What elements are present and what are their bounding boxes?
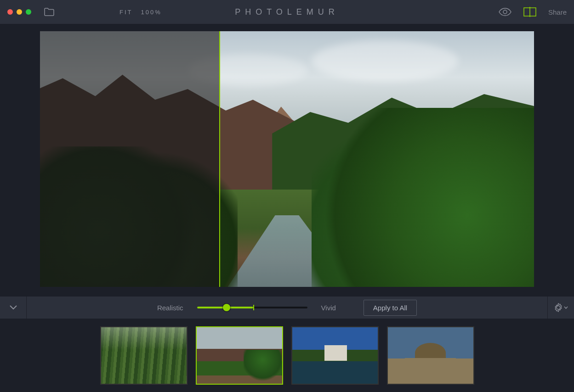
zoom-100-button[interactable]: 100% [141,9,162,16]
app-title: PHOTOLEMUR [235,7,339,17]
fit-button[interactable]: FIT [119,9,133,16]
share-button[interactable]: Share [548,8,567,16]
fullscreen-window-button[interactable] [26,9,31,15]
open-folder-button[interactable] [44,8,54,16]
zoom-controls: FIT 100% [119,9,162,16]
gear-icon [554,303,563,312]
title-bar: FIT 100% PHOTOLEMUR Share [0,0,574,24]
compare-split-handle[interactable] [219,31,220,287]
split-compare-button[interactable] [523,7,536,17]
thumbnail-image [292,327,378,384]
chevron-down-icon [564,306,568,309]
thumbnail-image [197,327,282,384]
apply-to-all-button[interactable]: Apply to All [364,300,417,316]
style-slider[interactable] [197,307,307,308]
minimize-window-button[interactable] [17,9,22,15]
style-slider-mark [253,305,254,310]
expand-panel-button[interactable] [0,297,27,319]
style-label-realistic: Realistic [157,304,183,312]
window-controls [7,9,31,15]
svg-point-0 [503,10,507,14]
thumbnail-1[interactable] [100,326,188,385]
main-photo-canvas[interactable] [40,31,534,287]
filmstrip [0,319,574,392]
settings-button[interactable] [547,297,574,319]
close-window-button[interactable] [7,9,13,15]
controls-bar: Realistic Vivid Apply to All [0,297,574,319]
thumbnail-2[interactable] [196,326,283,385]
preview-eye-button[interactable] [499,8,511,16]
style-label-vivid: Vivid [321,304,336,312]
thumbnail-image [388,327,473,384]
image-stage [0,24,574,297]
style-slider-thumb[interactable] [223,304,230,311]
thumbnail-image [101,327,187,384]
thumbnail-4[interactable] [387,326,474,385]
chevron-down-icon [10,305,17,310]
thumbnail-3[interactable] [291,326,379,385]
